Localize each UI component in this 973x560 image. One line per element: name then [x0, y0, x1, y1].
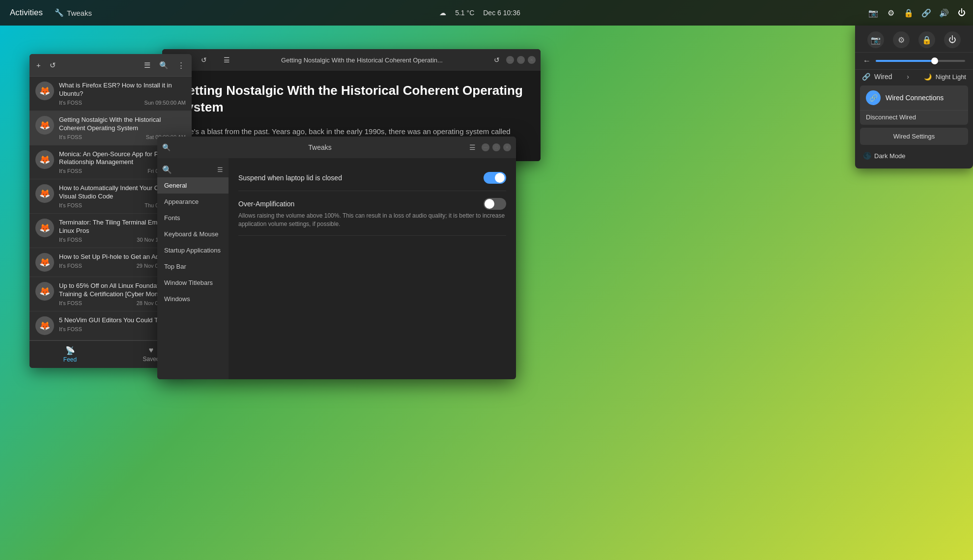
feed-item-source: It's FOSS	[59, 263, 82, 269]
wired-settings-button[interactable]: Wired Settings	[860, 128, 968, 145]
article-title: Getting Nostalgic With the Historical Co…	[178, 83, 525, 116]
topbar-center: ☁ 5.1 °C Dec 6 10:36	[92, 9, 868, 17]
volume-slider-knob	[931, 57, 938, 64]
sidebar-item-startup[interactable]: Startup Applications	[157, 242, 229, 258]
add-icon[interactable]: +	[34, 59, 43, 71]
feed-item-icon: 🦊	[35, 82, 54, 100]
setting-title-suspend: Suspend when laptop lid is closed	[238, 174, 342, 182]
hamburger-icon[interactable]: ☰	[217, 166, 223, 173]
settings-icon[interactable]: ⚙	[886, 7, 896, 18]
close-button[interactable]: ✕	[528, 56, 536, 64]
dark-mode-icon: 🌑	[863, 152, 871, 160]
tweaks-window: 🔍 Tweaks ☰ — □ ✕ 🔍 ☰ General Appearance …	[157, 137, 516, 379]
temperature-label: 5.1 °C	[455, 9, 474, 17]
toggle-knob-suspend	[495, 173, 505, 183]
setting-header-overamp: Over-Amplification	[238, 198, 506, 210]
minimize-button[interactable]: —	[482, 143, 489, 151]
toggle-suspend[interactable]	[484, 172, 506, 184]
screenshot-icon[interactable]: 📷	[868, 7, 879, 18]
panel-settings-icon[interactable]: ⚙	[893, 31, 910, 48]
setting-title-overamp: Over-Amplification	[238, 200, 294, 208]
volume-slider[interactable]	[876, 60, 965, 62]
feed-item-icon: 🦊	[35, 184, 54, 203]
panel-power-icon[interactable]: ⏻	[944, 31, 961, 48]
feed-item-source: It's FOSS	[59, 168, 82, 174]
panel-icons-row: 📷 ⚙ 🔒 ⏻	[855, 26, 973, 53]
tweaks-sidebar: 🔍 ☰ General Appearance Fonts Keyboard & …	[157, 158, 229, 379]
search-icon[interactable]: 🔍	[162, 143, 171, 151]
network-icon[interactable]: 🔗	[921, 7, 932, 18]
night-light-label: Night Light	[936, 73, 966, 81]
saved-tab-icon: ♥	[149, 346, 154, 355]
topbar: Activities 🔧 Tweaks ☁ 5.1 °C Dec 6 10:36…	[0, 0, 973, 26]
reader-view-icon[interactable]: ↺	[491, 55, 502, 65]
power-icon[interactable]: ⏻	[956, 7, 967, 18]
setting-row-suspend: Suspend when laptop lid is closed	[238, 165, 506, 191]
tweaks-titlebar: 🔍 Tweaks ☰ — □ ✕	[157, 137, 516, 158]
tweaks-body: 🔍 ☰ General Appearance Fonts Keyboard & …	[157, 158, 516, 379]
volume-icon[interactable]: 🔊	[939, 7, 949, 18]
panel-screenshot-icon[interactable]: 📷	[867, 31, 884, 48]
feed-item-content: What is Firefox ESR? How to Install it i…	[59, 82, 186, 106]
volume-slider-fill	[876, 60, 934, 62]
reading-list-icon[interactable]: ☰	[221, 55, 232, 65]
setting-row-overamp: Over-Amplification Allows raising the vo…	[238, 191, 506, 236]
tweaks-main: Suspend when laptop lid is closed Over-A…	[229, 158, 516, 379]
sidebar-item-keyboard-mouse[interactable]: Keyboard & Mouse	[157, 226, 229, 242]
maximize-button[interactable]: □	[492, 143, 500, 151]
back-arrow-icon[interactable]: ←	[863, 56, 871, 65]
menu-icon[interactable]: ☰	[469, 143, 476, 151]
tweaks-search-row: 🔍 ☰	[157, 162, 229, 177]
dark-mode-label: 🌑 Dark Mode	[863, 152, 906, 160]
window-controls: — □ ✕	[482, 143, 511, 151]
feed-item-icon: 🦊	[35, 316, 54, 335]
feed-item-source: It's FOSS	[59, 237, 82, 243]
temperature-icon: ☁	[439, 9, 446, 17]
wired-connections-title: Wired Connections	[886, 94, 944, 102]
feed-item-source: It's FOSS	[59, 202, 82, 208]
sidebar-item-fonts[interactable]: Fonts	[157, 210, 229, 226]
window-controls: — □ ✕	[506, 56, 536, 64]
feed-toolbar: + ↺ ☰ 🔍 ⋮	[29, 54, 192, 77]
feed-item-source: It's FOSS	[59, 100, 82, 106]
firefox-page-title: Getting Nostalgic With the Historical Co…	[236, 56, 487, 64]
menu-icon[interactable]: ⋮	[175, 59, 187, 72]
tweaks-app-label: Tweaks	[174, 143, 465, 151]
search-icon: 🔍	[162, 165, 172, 174]
minimize-button[interactable]: —	[506, 56, 514, 64]
feed-item-title: Getting Nostalgic With the Historical Co…	[59, 116, 186, 133]
panel-wired-row[interactable]: 🔗 Wired › 🌙 Night Light	[855, 70, 973, 84]
lock-icon[interactable]: 🔒	[903, 7, 914, 18]
tab-feed[interactable]: 📡 Feed	[29, 341, 111, 368]
disconnect-wired-button[interactable]: Disconnect Wired	[860, 110, 968, 125]
panel-lock-icon[interactable]: 🔒	[918, 31, 935, 48]
panel-section-left: 🔗 Wired	[862, 73, 892, 81]
maximize-button[interactable]: □	[517, 56, 525, 64]
system-panel: 📷 ⚙ 🔒 ⏻ ← 🔗 Wired › 🌙 Night Light 🔗 Wire…	[855, 26, 973, 168]
setting-header-suspend: Suspend when laptop lid is closed	[238, 172, 506, 184]
feed-item-icon: 🦊	[35, 150, 54, 169]
sidebar-item-windows[interactable]: Windows	[157, 291, 229, 307]
sidebar-item-topbar[interactable]: Top Bar	[157, 258, 229, 275]
sidebar-item-general[interactable]: General	[157, 177, 229, 194]
feed-item-source: It's FOSS	[59, 134, 82, 140]
close-button[interactable]: ✕	[503, 143, 511, 151]
sidebar-item-titlebars[interactable]: Window Titlebars	[157, 275, 229, 291]
toggle-overamp[interactable]	[484, 198, 506, 210]
feed-tab-label: Feed	[63, 356, 77, 363]
refresh-icon[interactable]: ↺	[48, 59, 58, 72]
night-light-section: 🌙 Night Light	[924, 73, 966, 81]
dark-mode-text: Dark Mode	[874, 152, 906, 160]
search-icon[interactable]: 🔍	[157, 59, 171, 72]
firefox-titlebar: ← → ↺ ☰ Getting Nostalgic With the Histo…	[162, 49, 541, 71]
list-icon[interactable]: ☰	[142, 59, 152, 72]
activities-button[interactable]: Activities	[6, 6, 47, 20]
sidebar-item-appearance[interactable]: Appearance	[157, 194, 229, 210]
tweaks-app-icon: 🔧	[55, 8, 64, 17]
tweaks-search-input[interactable]	[175, 166, 214, 173]
setting-desc-overamp: Allows raising the volume above 100%. Th…	[238, 212, 506, 228]
wired-connections-block: 🔗 Wired Connections Disconnect Wired	[860, 85, 968, 125]
list-item[interactable]: 🦊 What is Firefox ESR? How to Install it…	[29, 77, 192, 111]
wired-label: Wired	[874, 73, 892, 81]
reload-button[interactable]: ↺	[199, 55, 209, 65]
